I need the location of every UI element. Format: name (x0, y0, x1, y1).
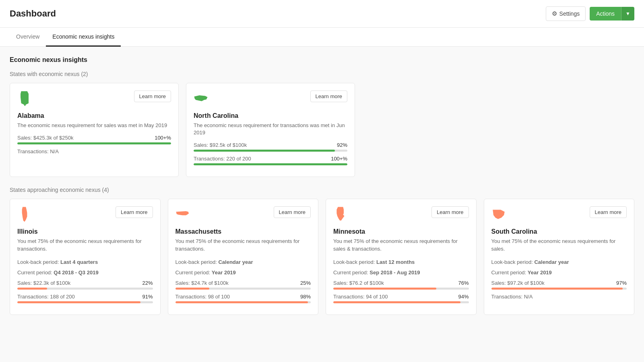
nc-transactions-progress-fill (194, 163, 347, 165)
massachusetts-sales-metric: Sales: $24.7k of $100k 25% (175, 280, 311, 290)
massachusetts-transactions-metric: Transactions: 98 of 100 98% (175, 294, 311, 303)
card-south-carolina: Learn more South Carolina You met 75% of… (484, 199, 635, 315)
massachusetts-state-icon (175, 206, 190, 222)
illinois-transactions-progress-bg (17, 301, 153, 303)
settings-button[interactable]: ⚙ Settings (546, 6, 586, 21)
nc-transactions-progress-bg (194, 163, 347, 165)
illinois-sales-progress-fill (17, 288, 47, 290)
nc-description: The economic nexus requirement for trans… (194, 122, 347, 136)
section-title: Economic nexus insights (10, 56, 634, 64)
minnesota-state-icon (333, 206, 348, 222)
nc-transactions-label: Transactions: 220 of 200 (194, 156, 251, 162)
alabama-sales-metric: Sales: $425.3k of $250k 100+% (17, 135, 171, 144)
main-content: Economic nexus insights States with econ… (0, 47, 644, 362)
alabama-transactions-metric: Transactions: N/A (17, 148, 171, 154)
card-massachusetts: Learn more Massachusetts You met 75% of … (168, 199, 319, 315)
illinois-period: Current period: Q4 2018 - Q3 2019 (17, 269, 153, 276)
massachusetts-transactions-pct: 98% (300, 294, 311, 300)
minnesota-sales-metric: Sales: $76.2 of $100k 76% (333, 280, 469, 290)
illinois-transactions-label: Transactions: 188 of 200 (17, 294, 75, 300)
minnesota-transactions-label: Transactions: 94 of 100 (333, 294, 388, 300)
alabama-learn-more-button[interactable]: Learn more (134, 90, 171, 102)
tab-economic-nexus[interactable]: Economic nexus insights (46, 28, 121, 47)
illinois-state-icon (17, 206, 32, 222)
massachusetts-transactions-progress-fill (175, 301, 308, 303)
illinois-period-label: Current period: Q4 2018 - Q3 2019 (17, 269, 99, 276)
card-minnesota-header: Learn more (333, 206, 469, 222)
minnesota-period: Current period: Sep 2018 - Aug 2019 (333, 269, 469, 276)
subsection-nexus-approaching: States approaching economic nexus (4) (10, 187, 634, 193)
massachusetts-lookback-label: Look-back period: Calendar year (175, 259, 253, 265)
nexus-approaching-cards: Learn more Illinois You met 75% of the e… (10, 199, 634, 315)
massachusetts-state-name: Massachusetts (175, 228, 311, 235)
nc-sales-label: Sales: $92.5k of $100k (194, 142, 247, 148)
actions-button-group: Actions ▼ (590, 7, 634, 21)
illinois-transactions-metric: Transactions: 188 of 200 91% (17, 294, 153, 303)
alabama-sales-pct: 100+% (155, 135, 171, 141)
nc-transactions-metric: Transactions: 220 of 200 100+% (194, 156, 347, 165)
nc-transactions-pct: 100+% (331, 156, 347, 162)
card-illinois: Learn more Illinois You met 75% of the e… (10, 199, 161, 315)
massachusetts-period-label: Current period: Year 2019 (175, 269, 236, 276)
illinois-description: You met 75% of the economic nexus requir… (17, 238, 153, 252)
nc-sales-progress-bg (194, 150, 347, 152)
massachusetts-description: You met 75% of the economic nexus requir… (175, 238, 311, 252)
alabama-description: The economic nexus requirement for sales… (17, 122, 171, 129)
nc-sales-metric: Sales: $92.5k of $100k 92% (194, 142, 347, 152)
nexus-met-cards: Learn more Alabama The economic nexus re… (10, 83, 634, 177)
sc-sales-metric: Sales: $97.2k of $100k 97% (491, 280, 627, 290)
card-alabama: Learn more Alabama The economic nexus re… (10, 83, 179, 177)
sc-sales-label: Sales: $97.2k of $100k (491, 280, 545, 286)
card-sc-header: Learn more (491, 206, 627, 222)
sc-state-name: South Carolina (491, 228, 627, 235)
massachusetts-period: Current period: Year 2019 (175, 269, 311, 276)
sc-description: You met 75% of the economic nexus requir… (491, 238, 627, 252)
minnesota-learn-more-button[interactable]: Learn more (431, 206, 469, 218)
actions-button-dropdown[interactable]: ▼ (621, 7, 634, 21)
minnesota-transactions-metric: Transactions: 94 of 100 94% (333, 294, 469, 303)
minnesota-period-label: Current period: Sep 2018 - Aug 2019 (333, 269, 420, 276)
header-actions: ⚙ Settings Actions ▼ (546, 6, 634, 21)
minnesota-description: You met 75% of the economic nexus requir… (333, 238, 469, 252)
minnesota-sales-pct: 76% (458, 280, 469, 286)
sc-sales-progress-fill (491, 288, 623, 290)
minnesota-sales-progress-fill (333, 288, 436, 290)
nc-state-name: North Carolina (194, 112, 347, 119)
minnesota-transactions-progress-fill (333, 301, 460, 303)
illinois-sales-metric: Sales: $22.3k of $100k 22% (17, 280, 153, 290)
card-minnesota: Learn more Minnesota You met 75% of the … (326, 199, 477, 315)
illinois-transactions-progress-fill (17, 301, 140, 303)
south-carolina-state-icon (491, 206, 506, 222)
sc-lookback-label: Look-back period: Calendar year (491, 259, 569, 265)
illinois-sales-progress-bg (17, 288, 153, 290)
alabama-state-name: Alabama (17, 112, 171, 119)
card-alabama-header: Learn more (17, 90, 171, 107)
sc-sales-progress-bg (491, 288, 627, 290)
alabama-transactions-label: Transactions: N/A (17, 148, 59, 154)
tab-overview[interactable]: Overview (10, 28, 46, 47)
illinois-learn-more-button[interactable]: Learn more (116, 206, 153, 218)
card-north-carolina: Learn more North Carolina The economic n… (186, 83, 355, 177)
nc-learn-more-button[interactable]: Learn more (310, 90, 347, 102)
sc-learn-more-button[interactable]: Learn more (590, 206, 627, 218)
massachusetts-sales-progress-bg (175, 288, 311, 290)
massachusetts-learn-more-button[interactable]: Learn more (274, 206, 311, 218)
actions-button-main[interactable]: Actions (590, 7, 621, 21)
north-carolina-state-icon (194, 90, 208, 107)
illinois-lookback: Look-back period: Last 4 quarters (17, 258, 153, 265)
card-massachusetts-header: Learn more (175, 206, 311, 222)
sc-sales-pct: 97% (616, 280, 627, 286)
page-title: Dashboard (10, 8, 56, 19)
illinois-lookback-label: Look-back period: Last 4 quarters (17, 259, 98, 265)
minnesota-transactions-pct: 94% (458, 294, 469, 300)
alabama-sales-label: Sales: $425.3k of $250k (17, 135, 74, 141)
sc-transactions-label: Transactions: N/A (491, 294, 533, 300)
subsection-nexus-met: States with economic nexus (2) (10, 71, 634, 77)
minnesota-lookback: Look-back period: Last 12 months (333, 258, 469, 265)
nc-sales-pct: 92% (337, 142, 347, 148)
settings-label: Settings (559, 10, 580, 17)
gear-icon: ⚙ (552, 10, 557, 17)
alabama-sales-progress-bg (17, 142, 171, 144)
minnesota-lookback-label: Look-back period: Last 12 months (333, 259, 415, 265)
minnesota-transactions-progress-bg (333, 301, 469, 303)
